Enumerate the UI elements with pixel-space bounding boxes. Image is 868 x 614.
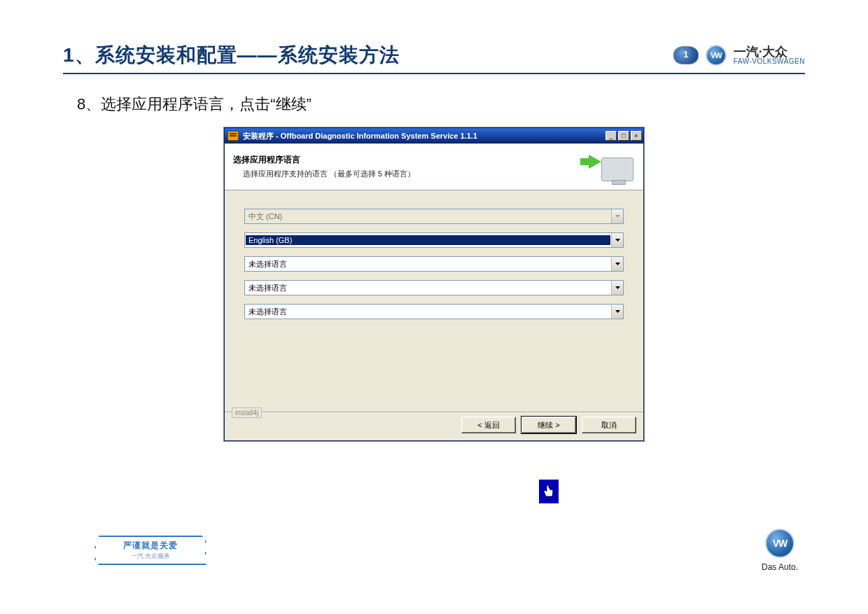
- cancel-button[interactable]: 取消: [582, 417, 636, 433]
- window-titlebar[interactable]: 安装程序 - Offboard Diagnostic Information S…: [225, 128, 643, 144]
- brand-en: FAW-VOLKSWAGEN: [734, 58, 805, 65]
- banner-graphic: [586, 149, 635, 184]
- titlebar-buttons: _ □ ×: [606, 131, 642, 141]
- slide: 1、系统安装和配置——系统安装方法 VW 一汽·大众 FAW-VOLKSWAGE…: [0, 0, 868, 614]
- next-button[interactable]: 继续 >: [522, 417, 576, 433]
- brand-cn: 一汽·大众: [734, 46, 805, 58]
- language-combo-4[interactable]: 未选择语言: [244, 280, 624, 295]
- language-combo-1[interactable]: 中文 (CN): [244, 209, 624, 224]
- monitor-icon: [601, 158, 634, 181]
- badge-main: 严谨就是关爱: [123, 540, 178, 552]
- maximize-button[interactable]: □: [618, 131, 629, 141]
- brand-text: 一汽·大众 FAW-VOLKSWAGEN: [734, 46, 805, 65]
- close-button[interactable]: ×: [631, 131, 642, 141]
- das-auto-text: Das Auto.: [762, 562, 798, 572]
- combo-value: 中文 (CN): [245, 211, 611, 222]
- chevron-down-icon[interactable]: [611, 233, 623, 247]
- chevron-down-icon[interactable]: [611, 257, 623, 271]
- installer-icon: [227, 131, 239, 141]
- language-combo-3[interactable]: 未选择语言: [244, 256, 624, 272]
- combo-value: 未选择语言: [245, 259, 611, 270]
- slide-header: 1、系统安装和配置——系统安装方法 VW 一汽·大众 FAW-VOLKSWAGE…: [63, 42, 805, 74]
- badge-sub: 一汽·大众服务: [131, 552, 171, 561]
- banner-text: 选择应用程序语言 选择应用程序支持的语言 （最多可选择 5 种语言）: [233, 154, 586, 179]
- wizard-banner: 选择应用程序语言 选择应用程序支持的语言 （最多可选择 5 种语言）: [225, 144, 643, 190]
- step-instruction: 8、选择应用程序语言，点击“继续”: [77, 94, 805, 115]
- language-combo-2[interactable]: English (GB): [244, 232, 624, 248]
- combo-value: 未选择语言: [245, 283, 611, 293]
- language-combo-5[interactable]: 未选择语言: [244, 304, 624, 319]
- minimize-button[interactable]: _: [606, 131, 617, 141]
- combo-value: 未选择语言: [245, 307, 611, 317]
- vw-logo-icon: VW: [765, 529, 794, 558]
- chevron-down-icon[interactable]: [611, 209, 623, 223]
- back-button[interactable]: < 返回: [461, 417, 516, 433]
- banner-subtitle: 选择应用程序支持的语言 （最多可选择 5 种语言）: [233, 169, 586, 179]
- faw-logo-icon: [673, 46, 699, 64]
- slide-title: 1、系统安装和配置——系统安装方法: [63, 42, 400, 69]
- bottom-right-brand: VW Das Auto.: [762, 529, 798, 572]
- combo-value: English (GB): [246, 235, 610, 245]
- chevron-down-icon[interactable]: [611, 305, 623, 319]
- window-title: 安装程序 - Offboard Diagnostic Information S…: [243, 131, 606, 141]
- brand-block: VW 一汽·大众 FAW-VOLKSWAGEN: [673, 45, 805, 66]
- cursor-pointer-icon: [539, 480, 559, 503]
- installer-window: 安装程序 - Offboard Diagnostic Information S…: [224, 127, 644, 441]
- chevron-down-icon[interactable]: [611, 281, 623, 295]
- service-badge: 严谨就是关爱 一汽·大众服务: [94, 536, 206, 565]
- install4j-label: install4j: [232, 407, 262, 418]
- banner-title: 选择应用程序语言: [233, 154, 586, 166]
- arrow-icon: [589, 155, 601, 169]
- wizard-footer: install4j < 返回 继续 > 取消: [225, 412, 643, 440]
- vw-logo-icon: VW: [706, 45, 727, 66]
- wizard-content: 中文 (CN) English (GB) 未选择语言 未选择语言 未选择语言: [225, 190, 643, 335]
